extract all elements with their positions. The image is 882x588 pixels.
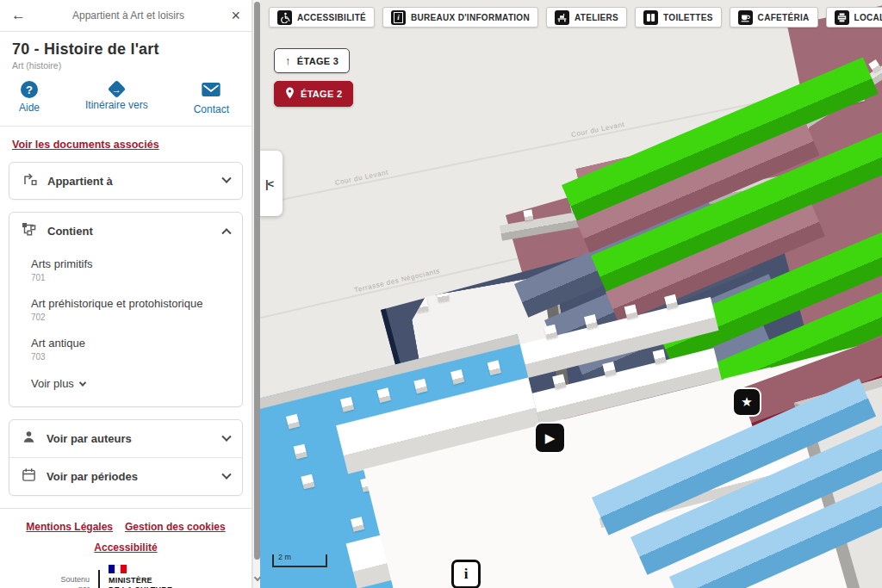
accordion-appartient-header[interactable]: Appartient à — [9, 163, 242, 199]
item-title: Art préhistorique et protohistorique — [31, 297, 230, 310]
coffee-cup-icon — [738, 10, 753, 25]
app: ← Appartient à Art et loisirs × 70 - His… — [0, 0, 882, 588]
scrollbar-thumb[interactable] — [254, 2, 260, 560]
path-label: Cour du Levant — [570, 121, 625, 139]
mentions-legales-link[interactable]: Mentions Légales — [26, 521, 113, 533]
chevron-down-icon — [221, 469, 231, 479]
help-icon: ? — [21, 81, 38, 98]
soutenu-par-label: Soutenu par — [48, 565, 90, 588]
close-icon[interactable]: × — [225, 7, 240, 25]
accordion-periodes[interactable]: Voir par périodes — [9, 458, 242, 495]
back-icon[interactable]: ← — [11, 7, 32, 24]
accordion-appartient-label: Appartient à — [47, 175, 113, 188]
route-to-button[interactable]: → Itinéraire vers — [85, 81, 148, 115]
panel-header: ← Appartient à Art et loisirs × — [0, 0, 252, 32]
documents-link-row: Voir les documents associés — [0, 127, 252, 162]
list-item[interactable]: Art antique 703 — [9, 330, 242, 369]
title-block: 70 - Histoire de l'art Art (histoire) — [0, 32, 252, 72]
sidebar-content: ← Appartient à Art et loisirs × 70 - His… — [0, 0, 252, 588]
workbench-icon — [555, 10, 569, 25]
cookies-link[interactable]: Gestion des cookies — [125, 521, 226, 533]
contact-label: Contact — [194, 103, 229, 115]
path-label: Cour du Levant — [334, 169, 389, 187]
envelope-icon — [202, 83, 220, 100]
path-label: Terrasse des Négociants — [353, 267, 440, 294]
calendar-icon — [22, 467, 36, 486]
arrow-up-icon: ↑ — [285, 54, 291, 67]
toolbar-local-reprographie-button[interactable]: LOCAL REPROGRAPHIE — [826, 7, 882, 28]
chevron-down-icon — [221, 174, 231, 183]
floor-button-etage-2[interactable]: ÉTAGE 2 — [274, 81, 353, 107]
accordion-appartient: Appartient à — [9, 162, 243, 200]
french-flag-icon — [109, 565, 203, 573]
item-code: 703 — [31, 352, 230, 362]
play-poi-icon[interactable]: ▶ — [536, 424, 564, 452]
action-bar: ? Aide → Itinéraire vers Contact — [0, 72, 252, 127]
list-item[interactable]: Arts primitifs 701 — [9, 251, 242, 290]
person-icon — [22, 430, 36, 448]
documents-link[interactable]: Voir les documents associés — [12, 139, 159, 151]
contient-list: Arts primitifs 701 Art préhistorique et … — [9, 249, 242, 406]
star-poi-icon[interactable]: ★ — [734, 389, 760, 415]
sidebar-scrollbar — [252, 0, 260, 588]
help-label: Aide — [19, 102, 40, 114]
chevron-up-icon — [221, 228, 231, 238]
info-icon: i — [391, 10, 406, 25]
wheelchair-icon — [277, 10, 292, 25]
footer-links: Mentions LégalesGestion des cookies Acce… — [0, 509, 252, 554]
divider — [98, 570, 100, 588]
accordion-auteurs[interactable]: Voir par auteurs — [9, 420, 242, 457]
filter-group: Voir par auteurs Voir par périodes — [9, 419, 243, 496]
toolbar-ateliers-button[interactable]: ATELIERS — [546, 7, 627, 28]
map-toolbar: ACCESSIBILITÉ i BUREAUX D'INFORMATION AT… — [269, 7, 882, 28]
toolbar-cafeteria-button[interactable]: CAFETÉRIA — [730, 7, 818, 28]
accordion-contient: Contient Arts primitifs 701 Art préhisto… — [9, 212, 243, 407]
sidebar: ← Appartient à Art et loisirs × 70 - His… — [0, 0, 260, 588]
belongs-to-icon — [22, 172, 37, 189]
contact-button[interactable]: Contact — [194, 81, 229, 115]
ministry-logo: MINISTÈRE DE LA CULTURE Liberté Égalité … — [109, 565, 203, 588]
route-icon: → — [108, 80, 126, 98]
toolbar-bureaux-information-button[interactable]: i BUREAUX D'INFORMATION — [382, 7, 538, 28]
floor-button-etage-3[interactable]: ↑ ÉTAGE 3 — [274, 48, 350, 73]
toilets-icon — [643, 10, 658, 25]
item-code: 701 — [31, 273, 230, 282]
printer-icon — [835, 10, 849, 25]
page-title: 70 - Histoire de l'art — [12, 40, 239, 59]
accordion-contient-label: Contient — [47, 225, 93, 238]
toolbar-accessibilite-button[interactable]: ACCESSIBILITÉ — [269, 7, 375, 28]
accessibilite-link[interactable]: Accessibilité — [6, 542, 245, 554]
help-button[interactable]: ? Aide — [19, 81, 40, 115]
accordion-periodes-label: Voir par périodes — [47, 470, 138, 483]
info-poi-icon[interactable]: i — [451, 560, 481, 588]
page-subtitle: Art (histoire) — [12, 60, 239, 71]
panel-title: Appartient à Art et loisirs — [32, 9, 225, 22]
item-title: Arts primitifs — [31, 257, 230, 270]
toolbar-toilettes-button[interactable]: TOILETTES — [635, 7, 722, 28]
chevron-down-icon — [221, 431, 231, 441]
floor-switcher: ↑ ÉTAGE 3 ÉTAGE 2 — [274, 48, 353, 107]
list-item[interactable]: Art préhistorique et protohistorique 702 — [9, 290, 242, 330]
collapse-sidebar-button[interactable]: |< — [260, 151, 283, 216]
ministry-block: Soutenu par MINISTÈRE DE LA CULTURE Libe… — [0, 565, 252, 588]
map-canvas[interactable]: Cour du Levant Cour du Levant Cour du Le… — [260, 0, 882, 588]
scrollbar-down-arrow[interactable] — [253, 574, 260, 581]
route-label: Itinéraire vers — [85, 99, 148, 111]
scale-bar: 2 m — [272, 554, 327, 567]
item-title: Art antique — [31, 337, 230, 350]
ministry-line1: MINISTÈRE — [109, 576, 203, 585]
accordion-auteurs-label: Voir par auteurs — [47, 432, 132, 445]
scale-label: 2 m — [278, 553, 291, 561]
voir-plus-button[interactable]: Voir plus — [9, 369, 242, 401]
item-code: 702 — [31, 313, 230, 322]
pin-icon — [285, 87, 295, 101]
tree-icon — [22, 222, 37, 239]
accordion-contient-header[interactable]: Contient — [9, 213, 242, 249]
chevron-down-icon — [79, 379, 86, 386]
